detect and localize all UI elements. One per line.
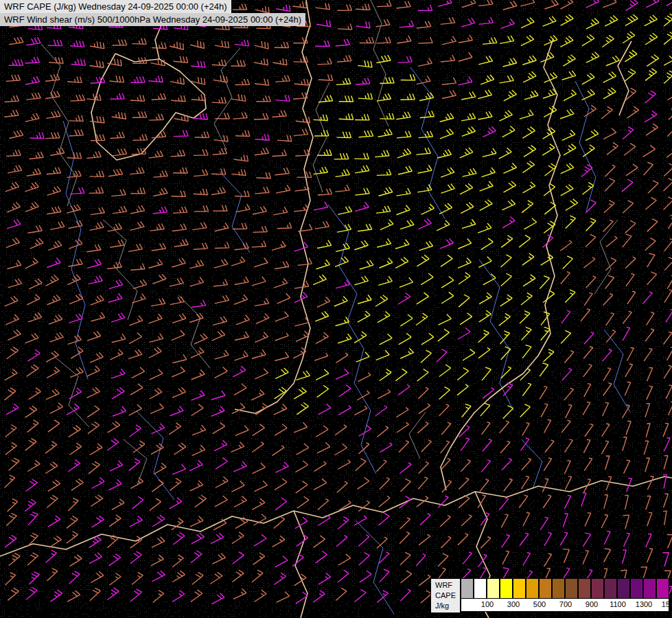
legend-swatch — [539, 578, 552, 599]
legend-swatch — [604, 578, 617, 599]
legend-model-name: WRF — [435, 580, 456, 591]
legend-swatch — [656, 578, 669, 599]
legend-unit: J/kg — [435, 601, 456, 611]
legend-swatch — [552, 578, 565, 599]
legend-swatch — [643, 578, 656, 599]
legend-swatch — [578, 578, 591, 599]
legend-swatches — [461, 578, 669, 599]
legend-swatch — [630, 578, 643, 599]
legend-variable-name: CAPE — [435, 591, 456, 601]
legend-swatch — [474, 578, 487, 599]
legend-swatch — [526, 578, 539, 599]
legend-swatch — [461, 578, 474, 599]
legend-tick-label: 300 — [507, 600, 520, 608]
legend-tick-label: 1500 — [662, 600, 672, 608]
legend-label-block: WRF CAPE J/kg — [430, 578, 461, 613]
title-cape: WRF CAPE (J/kg) Wednesday 24-09-2025 00:… — [0, 0, 231, 13]
legend-color-scale: 100300500700900110013001500 — [461, 578, 669, 613]
legend-swatch — [617, 578, 630, 599]
legend-tick-label: 100 — [481, 600, 494, 608]
title-wind-shear: WRF Wind shear (m/s) 500/1000hPa Wednesd… — [0, 13, 305, 26]
legend-swatch — [591, 578, 604, 599]
legend-tick-label: 1100 — [610, 600, 626, 608]
legend-tick-label: 500 — [533, 600, 546, 608]
cape-legend: WRF CAPE J/kg 10030050070090011001300150… — [430, 578, 669, 613]
legend-tick-label: 700 — [559, 600, 572, 608]
legend-swatch — [565, 578, 578, 599]
legend-swatch — [487, 578, 500, 599]
map-canvas — [0, 0, 672, 618]
legend-tick-labels: 100300500700900110013001500 — [461, 599, 669, 612]
legend-tick-label: 1300 — [636, 600, 652, 608]
weather-map-page: WRF CAPE (J/kg) Wednesday 24-09-2025 00:… — [0, 0, 672, 618]
legend-swatch — [500, 578, 513, 599]
legend-swatch — [513, 578, 526, 599]
legend-tick-label: 900 — [586, 600, 598, 608]
